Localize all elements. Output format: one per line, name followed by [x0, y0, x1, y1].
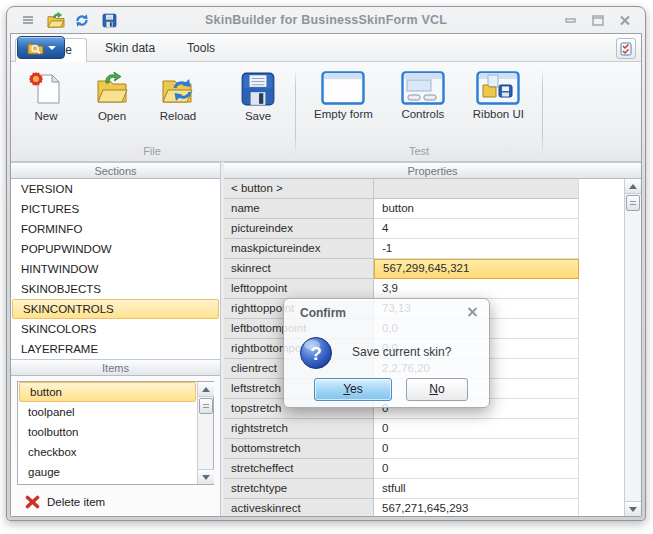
reload-folder-icon — [159, 71, 197, 107]
scroll-up-icon[interactable] — [625, 179, 641, 194]
property-row[interactable]: maskpictureindex-1 — [224, 239, 624, 259]
properties-header: Properties — [224, 162, 641, 179]
checklist-icon — [620, 42, 632, 56]
maximize-button[interactable] — [589, 13, 607, 27]
reload-button[interactable]: Reload — [153, 66, 203, 125]
item-row[interactable]: checkbox — [18, 442, 197, 462]
minimize-button[interactable] — [562, 13, 580, 27]
item-row-selected[interactable]: button — [19, 382, 196, 402]
ribbon-ui-button[interactable]: Ribbon UI — [467, 66, 530, 123]
save-button[interactable]: Save — [233, 66, 283, 125]
items-header: Items — [11, 359, 220, 376]
section-item[interactable]: PICTURES — [11, 199, 220, 219]
empty-form-button[interactable]: Empty form — [308, 66, 379, 123]
save-label: Save — [245, 110, 271, 122]
controls-label: Controls — [401, 108, 444, 120]
new-file-icon — [28, 71, 64, 107]
dialog-title: Confirm — [300, 306, 346, 320]
open-label: Open — [98, 110, 126, 122]
section-item[interactable]: POPUPWINDOW — [11, 239, 220, 259]
question-icon: ? — [298, 335, 334, 375]
open-folder-icon — [93, 71, 131, 107]
item-row[interactable]: toolbutton — [18, 422, 197, 442]
delete-item-label: Delete item — [47, 496, 105, 508]
ribbon-group-separator — [295, 68, 296, 155]
sections-panel: Sections VERSION PICTURES FORMINFO POPUP… — [11, 162, 221, 516]
window-controls — [562, 13, 642, 27]
no-button[interactable]: No — [406, 378, 468, 401]
reload-label: Reload — [160, 110, 196, 122]
property-row[interactable]: activeskinrect567,271,645,293 — [224, 499, 624, 516]
scrollbar-thumb[interactable] — [626, 195, 640, 211]
open-button[interactable]: Open — [87, 66, 137, 125]
file-group-label: File — [21, 143, 283, 161]
title-bar: SkinBuilder for BusinessSkinForm VCL — [10, 7, 642, 33]
empty-form-icon — [321, 71, 365, 105]
yes-button[interactable]: Yes — [314, 378, 392, 401]
options-checklist-button[interactable] — [616, 38, 636, 59]
ribbon: New Open — [11, 62, 641, 162]
sections-list: VERSION PICTURES FORMINFO POPUPWINDOW HI… — [11, 179, 220, 359]
item-row[interactable]: gauge — [18, 462, 197, 482]
property-row[interactable]: namebutton — [224, 199, 624, 219]
client-area: Skin file Skin data Tools — [10, 33, 642, 517]
new-label: New — [34, 110, 57, 122]
property-row[interactable]: pictureindex4 — [224, 219, 624, 239]
empty-form-label: Empty form — [314, 108, 373, 120]
property-row-highlighted[interactable]: skinrect567,299,645,321 — [224, 259, 624, 279]
property-row[interactable]: stretcheffect0 — [224, 459, 624, 479]
app-window: SkinBuilder for BusinessSkinForm VCL — [6, 6, 646, 521]
ribbon-group-separator — [542, 68, 543, 155]
item-row[interactable]: toolpanel — [18, 402, 197, 422]
ribbon-group-file: New Open — [11, 62, 293, 161]
close-icon — [467, 307, 478, 317]
scroll-down-icon[interactable] — [198, 469, 214, 484]
section-item[interactable]: VERSION — [11, 179, 220, 199]
section-item[interactable]: FORMINFO — [11, 219, 220, 239]
controls-button[interactable]: Controls — [395, 66, 451, 123]
section-item[interactable]: LAYERFRAME — [11, 339, 220, 359]
svg-text:?: ? — [310, 343, 322, 364]
section-item-selected[interactable]: SKINCONTROLS — [12, 299, 219, 319]
close-button[interactable] — [616, 13, 634, 27]
tab-tools[interactable]: Tools — [173, 37, 229, 61]
ribbon-group-test: Empty form Controls — [298, 62, 540, 161]
ribbon-ui-label: Ribbon UI — [473, 108, 524, 120]
property-row[interactable]: lefttoppoint3,9 — [224, 279, 624, 299]
properties-scrollbar[interactable] — [624, 179, 641, 516]
items-listbox: button toolpanel toolbutton checkbox gau… — [17, 381, 214, 485]
delete-item-button[interactable]: Delete item — [11, 485, 220, 509]
sections-header: Sections — [11, 162, 220, 179]
section-item[interactable]: SKINCOLORS — [11, 319, 220, 339]
delete-x-icon — [25, 495, 40, 509]
confirm-dialog: Confirm ? Save current skin? Yes No — [283, 298, 490, 408]
scroll-up-icon[interactable] — [198, 382, 214, 397]
test-group-label: Test — [308, 143, 530, 161]
ribbon-tab-row: Skin file Skin data Tools — [11, 34, 641, 62]
items-scrollbar[interactable] — [197, 382, 213, 484]
section-item[interactable]: SKINOBJECTS — [11, 279, 220, 299]
property-row[interactable]: bottomstretch0 — [224, 439, 624, 459]
save-floppy-icon — [240, 71, 276, 107]
new-button[interactable]: New — [21, 66, 71, 125]
dialog-message: Save current skin? — [352, 345, 451, 359]
property-row-object[interactable]: < button > — [224, 179, 624, 199]
chevron-down-icon — [48, 46, 56, 50]
tab-skin-data[interactable]: Skin data — [91, 37, 169, 61]
property-row[interactable]: stretchtypestfull — [224, 479, 624, 499]
property-row[interactable]: rightstretch0 — [224, 419, 624, 439]
scrollbar-thumb[interactable] — [199, 398, 213, 414]
controls-form-icon — [401, 71, 445, 105]
section-item[interactable]: HINTWINDOW — [11, 259, 220, 279]
dialog-close-button[interactable] — [464, 305, 480, 319]
application-button[interactable] — [17, 36, 65, 59]
window-title: SkinBuilder for BusinessSkinForm VCL — [10, 13, 642, 27]
ribbon-ui-icon — [476, 71, 520, 105]
scroll-down-icon[interactable] — [625, 501, 641, 516]
app-folder-search-icon — [27, 41, 44, 55]
